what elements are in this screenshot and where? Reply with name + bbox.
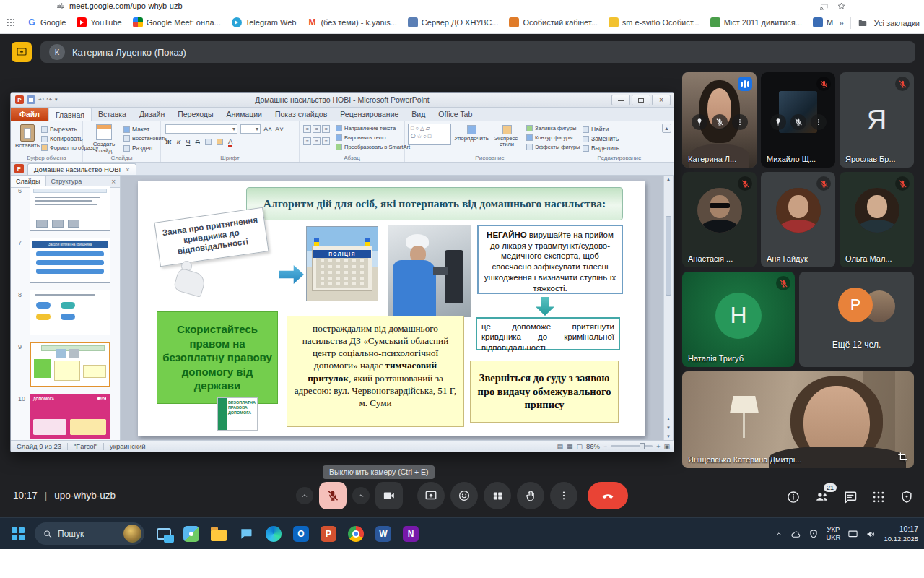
more-options-icon[interactable] [732, 114, 748, 130]
tab-office-tab[interactable]: Office Tab [432, 108, 479, 121]
font-size-combo[interactable]: ▾ [240, 124, 261, 134]
quick-access-toolbar[interactable]: P ↶ ↷ ▾ [15, 95, 58, 104]
new-slide-button[interactable]: Создать слайд [87, 124, 121, 155]
language-switcher[interactable]: УКРUKR [826, 526, 840, 542]
onedrive-icon[interactable] [790, 529, 801, 540]
paste-button[interactable]: Вставить [15, 124, 40, 150]
raise-hand-button[interactable] [517, 482, 544, 509]
tune-icon[interactable] [56, 1, 65, 10]
participant-tile-olha[interactable]: Ольга Мал... [840, 172, 914, 267]
tab-slideshow[interactable]: Показ слайдов [269, 108, 334, 121]
smartart-button[interactable]: Преобразовать в SmartArt [336, 144, 410, 150]
bookmarks-overflow-icon[interactable]: » [839, 18, 844, 28]
save-icon[interactable] [27, 95, 35, 104]
browser-address-bar[interactable]: meet.google.com/upo-whyb-uzb [0, 0, 924, 12]
ppt-titlebar[interactable]: P ↶ ↷ ▾ Домашнє насильство НОВІ - Micros… [11, 93, 674, 108]
zoom-slider[interactable] [611, 445, 653, 447]
strikethrough-button[interactable]: S [196, 138, 200, 146]
chat-icon[interactable] [843, 490, 858, 504]
bookmark-item[interactable]: Telegram Web [232, 17, 297, 27]
taskbar-clock[interactable]: 10:1710.12.2025 [884, 525, 918, 543]
bookmark-item[interactable]: Сервер ДО ХНУВС... [408, 17, 499, 27]
numbering-icon[interactable]: ≡ [313, 125, 321, 133]
participant-tile-mykhailo[interactable]: Михайло Щ... [761, 72, 835, 168]
apps-grid-icon[interactable] [6, 17, 16, 27]
tab-view[interactable]: Вид [405, 108, 432, 121]
text-direction-button[interactable]: Направление текста [336, 125, 396, 131]
normal-view-icon[interactable]: ▤ [557, 443, 563, 450]
chrome-icon[interactable] [345, 523, 367, 545]
shape-outline-button[interactable]: Контур фигуры [526, 134, 572, 141]
mic-button-muted[interactable] [319, 482, 346, 509]
url-text[interactable]: meet.google.com/upo-whyb-uzb [69, 1, 183, 10]
mute-icon[interactable] [712, 114, 728, 130]
sorter-view-icon[interactable]: ▦ [567, 443, 573, 450]
next-slide-icon[interactable]: ▼ [664, 426, 673, 430]
start-button[interactable] [12, 527, 25, 540]
bookmark-item[interactable]: Особистий кабінет... [509, 17, 597, 27]
close-tab-icon[interactable]: × [126, 166, 129, 173]
defender-icon[interactable] [808, 529, 819, 539]
find-button[interactable]: Найти [583, 126, 609, 133]
bookmark-item[interactable]: M(без теми) - k.yanis... [307, 17, 396, 27]
bookmark-item[interactable]: YouTube [77, 17, 121, 27]
tab-design[interactable]: Дизайн [133, 108, 171, 121]
activities-icon[interactable] [871, 490, 886, 504]
layout-button[interactable]: Макет [123, 126, 149, 133]
language-indicator[interactable]: украинский [110, 442, 146, 450]
indent-icon[interactable]: ≡ [322, 125, 330, 133]
change-layout-button[interactable] [484, 482, 511, 509]
tray-expand-icon[interactable] [775, 530, 783, 538]
reactions-button[interactable] [450, 482, 478, 509]
bookmark-item[interactable]: GGoogle [27, 17, 66, 27]
undo-icon[interactable]: ↶ [38, 96, 44, 103]
participant-tile-anastasiia[interactable]: Анастасія ... [682, 172, 757, 267]
align-right-icon[interactable]: ≡ [322, 137, 330, 145]
section-button[interactable]: Раздел [123, 144, 152, 152]
tab-file[interactable]: Файл [11, 108, 48, 121]
slide-thumbnail-10[interactable]: ДОПОМОГА 102 [30, 394, 110, 439]
document-tab[interactable]: Домашнє насильство НОВІ× [27, 163, 136, 175]
onenote-icon[interactable]: N [400, 523, 422, 545]
bookmark-item[interactable]: sm e-svitlo Особист... [609, 17, 699, 27]
camera-button[interactable] [375, 482, 403, 509]
pin-icon[interactable] [692, 114, 707, 130]
slide-thumbnail-6[interactable] [30, 186, 110, 231]
presentation-share-icon[interactable] [12, 42, 32, 62]
meeting-details-icon[interactable] [786, 490, 801, 504]
task-view-icon[interactable] [153, 523, 175, 545]
tab-home[interactable]: Главная [48, 108, 92, 121]
powerpoint-taskbar-icon[interactable]: P [318, 523, 339, 545]
presenting-banner[interactable]: К Катерина Луценко (Показ) [40, 41, 915, 63]
bookmark-star-icon[interactable] [837, 1, 846, 11]
qat-dropdown-icon[interactable]: ▾ [55, 97, 58, 103]
mute-icon[interactable] [790, 114, 806, 130]
copy-button[interactable]: Копировать [41, 135, 83, 142]
mic-options-icon[interactable] [296, 487, 313, 504]
text-shadow-icon[interactable] [205, 139, 212, 145]
participant-tile-katerina[interactable]: Катерина Л... [682, 72, 757, 168]
ribbon-collapse-icon[interactable]: ▲ [662, 124, 671, 133]
bullets-icon[interactable]: ≡ [303, 125, 311, 133]
chat-app-icon[interactable] [235, 523, 257, 545]
participant-tile-yaroslav[interactable]: Я Ярослав Бр... [840, 72, 914, 168]
align-text-button[interactable]: Выровнять текст [336, 134, 386, 141]
redo-icon[interactable]: ↷ [47, 96, 53, 103]
scrollbar-thumb[interactable] [666, 216, 671, 296]
participant-tile-yanishevska[interactable]: Яніщевська Катерина Дмитрі... [682, 371, 914, 468]
search-highlight-image[interactable] [123, 525, 141, 543]
slide-thumbnail-8[interactable] [30, 290, 110, 335]
all-bookmarks-button[interactable]: Усі закладки [874, 19, 920, 27]
fit-to-window-icon[interactable]: ▣ [663, 443, 670, 450]
tab-transitions[interactable]: Переходы [171, 108, 219, 121]
file-explorer-icon[interactable] [208, 523, 230, 545]
end-call-button[interactable] [588, 482, 628, 509]
previous-slide-icon[interactable]: ▲ [664, 417, 673, 421]
highlight-color-icon[interactable] [217, 139, 223, 145]
slide-thumbnail-7[interactable]: Засоби впливу на кривдника [30, 238, 110, 283]
display-icon[interactable] [847, 529, 858, 540]
crop-icon[interactable] [897, 452, 908, 462]
minimize-button[interactable] [611, 95, 630, 105]
shapes-gallery[interactable]: □○△▱⬠☆○□ [408, 124, 451, 145]
present-screen-button[interactable] [417, 482, 445, 509]
